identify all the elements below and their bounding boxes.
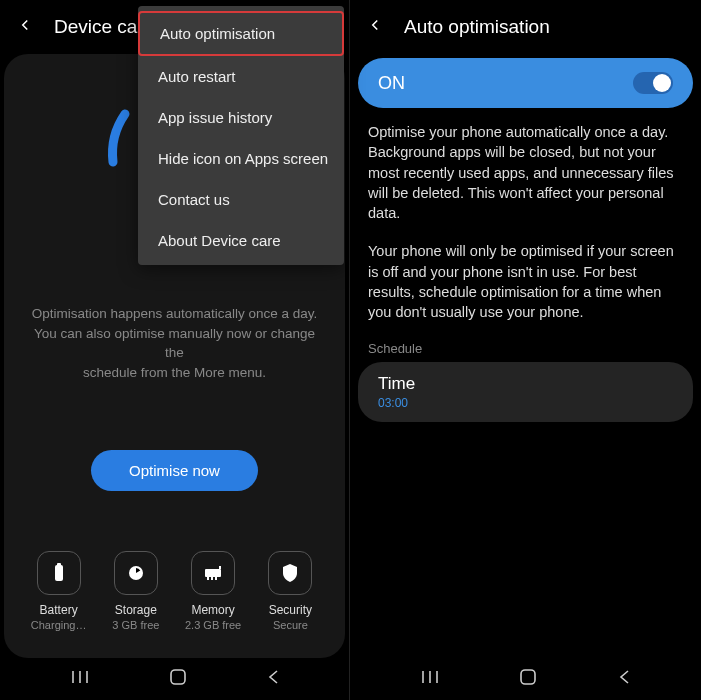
header-right: Auto optimisation bbox=[350, 0, 701, 54]
stats-row: Battery Charging… Storage 3 GB free Memo… bbox=[16, 551, 333, 631]
nav-back-icon[interactable] bbox=[266, 668, 280, 690]
svg-rect-6 bbox=[215, 577, 217, 580]
schedule-section-label: Schedule bbox=[350, 341, 701, 362]
back-icon[interactable] bbox=[16, 14, 34, 40]
svg-rect-15 bbox=[521, 670, 535, 684]
stat-storage[interactable]: Storage 3 GB free bbox=[97, 551, 174, 631]
stat-security[interactable]: Security Secure bbox=[252, 551, 329, 631]
menu-contact-us[interactable]: Contact us bbox=[138, 179, 344, 220]
nav-back-icon[interactable] bbox=[617, 668, 631, 690]
description-2: Your phone will only be optimised if you… bbox=[350, 241, 701, 340]
svg-rect-4 bbox=[207, 577, 209, 580]
svg-rect-3 bbox=[205, 569, 221, 577]
description-1: Optimise your phone automatically once a… bbox=[350, 122, 701, 241]
toggle-label: ON bbox=[378, 73, 405, 94]
menu-about[interactable]: About Device care bbox=[138, 220, 344, 261]
navbar-right bbox=[350, 658, 701, 700]
recents-icon[interactable] bbox=[420, 667, 440, 691]
battery-icon bbox=[37, 551, 81, 595]
home-icon[interactable] bbox=[519, 668, 537, 690]
time-value: 03:00 bbox=[378, 396, 673, 410]
svg-rect-11 bbox=[171, 670, 185, 684]
switch-icon[interactable] bbox=[633, 72, 673, 94]
page-title-right: Auto optimisation bbox=[404, 16, 550, 38]
recents-icon[interactable] bbox=[70, 667, 90, 691]
menu-hide-icon[interactable]: Hide icon on Apps screen bbox=[138, 138, 344, 179]
svg-rect-5 bbox=[211, 577, 213, 580]
schedule-time-row[interactable]: Time 03:00 bbox=[358, 362, 693, 422]
svg-rect-0 bbox=[55, 565, 63, 581]
stat-battery[interactable]: Battery Charging… bbox=[20, 551, 97, 631]
storage-icon bbox=[114, 551, 158, 595]
svg-rect-1 bbox=[57, 563, 61, 566]
time-label: Time bbox=[378, 374, 673, 394]
auto-optimisation-toggle[interactable]: ON bbox=[358, 58, 693, 108]
optimisation-description: Optimisation happens automatically once … bbox=[16, 304, 333, 382]
security-icon bbox=[268, 551, 312, 595]
menu-auto-restart[interactable]: Auto restart bbox=[138, 56, 344, 97]
optimise-now-button[interactable]: Optimise now bbox=[91, 450, 258, 491]
navbar-left bbox=[0, 658, 349, 700]
stat-memory[interactable]: Memory 2.3 GB free bbox=[175, 551, 252, 631]
memory-icon bbox=[191, 551, 235, 595]
home-icon[interactable] bbox=[169, 668, 187, 690]
menu-app-issue-history[interactable]: App issue history bbox=[138, 97, 344, 138]
svg-rect-7 bbox=[219, 566, 221, 569]
back-icon[interactable] bbox=[366, 14, 384, 40]
more-menu: Auto optimisation Auto restart App issue… bbox=[138, 6, 344, 265]
menu-auto-optimisation[interactable]: Auto optimisation bbox=[138, 11, 344, 56]
